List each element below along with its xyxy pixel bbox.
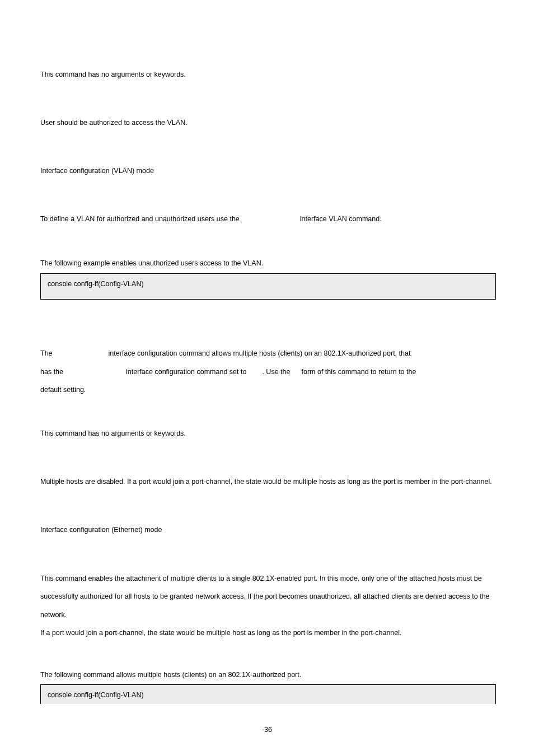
spacer [40,399,496,425]
default-text-1: User should be authorized to access the … [40,114,496,131]
guideline-1: To define a VLAN for authorized and unau… [40,211,496,227]
spacer [40,195,496,211]
desc-p2a: has the [40,368,63,376]
code-text-2: console config-if(Config-VLAN) [48,691,144,699]
desc-p2c: . Use the [262,368,290,376]
desc-2: Theinterface configuration command allow… [40,344,496,399]
page-number: -36 [0,725,534,735]
desc-p3: default setting. [40,386,86,394]
guideline-post: interface VLAN command. [300,215,382,223]
desc-p1b: interface configuration command allows m… [109,349,411,357]
syntax-text-2: This command has no arguments or keyword… [40,425,496,442]
spacer [40,645,496,670]
guidelines-2: This command enables the attachment of m… [40,570,496,642]
code-box-1: console config-if(Config-VLAN) [40,273,496,300]
guidelines-p1: This command enables the attachment of m… [40,575,490,619]
code-text-1: console config-if(Config-VLAN) [48,280,144,288]
spacer [40,147,496,162]
spacer [40,329,496,344]
default-text-2: Multiple hosts are disabled. If a port w… [40,473,496,490]
page: This command has no arguments or keyword… [0,0,534,756]
desc-p2b: interface configuration command set to [126,368,246,376]
spacer [40,554,496,570]
guideline-pre: To define a VLAN for authorized and unau… [40,215,240,223]
code-box-2: console config-if(Config-VLAN) [40,684,496,704]
syntax-text-1: This command has no arguments or keyword… [40,66,496,83]
example-intro-1: The following example enables unauthoriz… [40,259,496,269]
spacer [40,303,496,329]
mode-text-2: Interface configuration (Ethernet) mode [40,521,496,538]
guidelines-p2: If a port would join a port-channel, the… [40,629,402,637]
mode-text-1: Interface configuration (VLAN) mode [40,162,496,179]
spacer [40,458,496,473]
spacer [40,243,496,259]
spacer [40,99,496,114]
example-intro-2: The following command allows multiple ho… [40,670,496,680]
spacer [40,506,496,521]
desc-p1a: The [40,349,53,357]
desc-p2d: form of this command to return to the [301,368,416,376]
